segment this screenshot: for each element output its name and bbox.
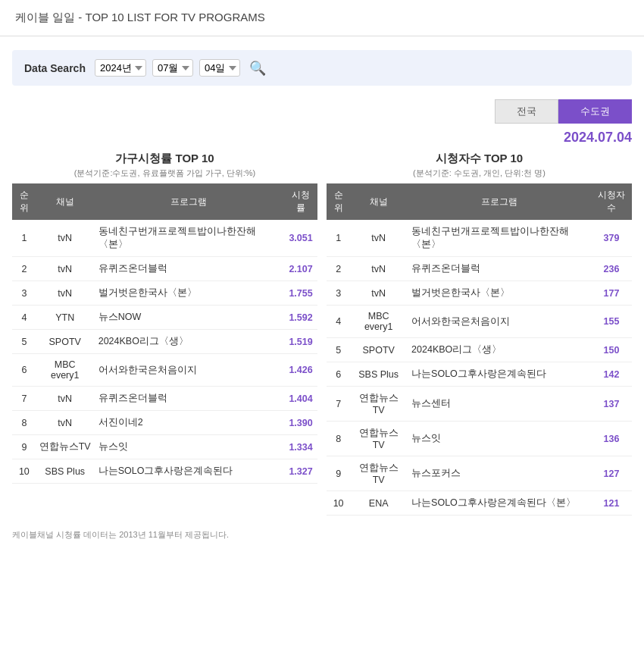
program-cell: 뉴스센터 [407, 387, 591, 422]
col-rank-h: 순위 [12, 183, 36, 220]
rating-cell: 1.519 [284, 330, 317, 354]
table-row: 3 tvN 벌거벗은한국사〈본〉 1.755 [12, 281, 317, 306]
table-row: 4 MBC every1 어서와한국은처음이지 155 [327, 306, 632, 338]
rank-cell: 6 [327, 362, 350, 387]
program-cell: 2024KBO리그〈생〉 [94, 330, 284, 354]
nationwide-button[interactable]: 전국 [495, 99, 558, 124]
month-select[interactable]: 07월 [152, 59, 193, 77]
search-input[interactable] [275, 62, 620, 74]
table-row: 2 tvN 유퀴즈온더블럭 236 [327, 257, 632, 281]
table-row: 9 연합뉴스TV 뉴스포커스 127 [327, 456, 632, 491]
viewers-cell: 121 [591, 491, 632, 516]
page-header: 케이블 일일 - TOP 10 LIST FOR TV PROGRAMS [0, 0, 644, 36]
date-display: 2024.07.04 [0, 127, 644, 152]
viewers-cell: 136 [591, 422, 632, 456]
channel-cell: tvN [350, 220, 407, 257]
day-select[interactable]: 04일 [199, 59, 240, 77]
program-cell: 뉴스잇 [94, 435, 284, 459]
household-title: 가구시청률 TOP 10 [12, 152, 317, 166]
year-select[interactable]: 2024년 [95, 59, 146, 77]
tables-container: 가구시청률 TOP 10 (분석기준:수도권, 유료플랫폼 가입 가구, 단위:… [0, 152, 644, 516]
rating-cell: 1.334 [284, 435, 317, 459]
region-buttons: 전국 수도권 [0, 99, 644, 124]
viewers-cell: 379 [591, 220, 632, 257]
program-cell: 뉴스잇 [407, 422, 591, 456]
table-row: 10 ENA 나는SOLO그후사랑은계속된다〈본〉 121 [327, 491, 632, 516]
channel-cell: MBC every1 [350, 306, 407, 338]
program-cell: 유퀴즈온더블럭 [94, 257, 284, 281]
table-row: 7 tvN 유퀴즈온더블럭 1.404 [12, 387, 317, 411]
table-row: 2 tvN 유퀴즈온더블럭 2.107 [12, 257, 317, 281]
program-cell: 유퀴즈온더블럭 [94, 387, 284, 411]
channel-cell: SBS Plus [350, 362, 407, 387]
channel-cell: tvN [36, 411, 94, 435]
channel-cell: 연합뉴스TV [36, 435, 94, 459]
viewers-cell: 150 [591, 338, 632, 362]
rank-cell: 2 [327, 257, 350, 281]
household-header-row: 순위 채널 프로그램 시청률 [12, 183, 317, 220]
channel-cell: 연합뉴스TV [350, 387, 407, 422]
channel-cell: ENA [350, 491, 407, 516]
channel-cell: tvN [350, 257, 407, 281]
metro-button[interactable]: 수도권 [558, 99, 632, 124]
viewers-subtitle: (분석기준: 수도권, 개인, 단위:천 명) [327, 168, 632, 179]
table-row: 8 연합뉴스TV 뉴스잇 136 [327, 422, 632, 456]
table-row: 1 tvN 동네친구번개프로젝트밥이나한잔해〈본〉 3.051 [12, 220, 317, 257]
program-cell: 어서와한국은처음이지 [94, 354, 284, 387]
rank-cell: 8 [327, 422, 350, 456]
col-rating-h: 시청률 [284, 183, 317, 220]
rank-cell: 9 [327, 456, 350, 491]
table-row: 6 SBS Plus 나는SOLO그후사랑은계속된다 142 [327, 362, 632, 387]
program-cell: 어서와한국은처음이지 [407, 306, 591, 338]
channel-cell: tvN [36, 257, 94, 281]
rank-cell: 3 [12, 281, 36, 306]
channel-cell: tvN [36, 220, 94, 257]
viewers-table: 순위 채널 프로그램 시청자수 1 tvN 동네친구번개프로젝트밥이나한잔해〈본… [327, 183, 632, 516]
search-button[interactable]: 🔍 [246, 60, 269, 77]
table-row: 3 tvN 벌거벗은한국사〈본〉 177 [327, 281, 632, 306]
viewers-cell: 142 [591, 362, 632, 387]
program-cell: 나는SOLO그후사랑은계속된다 [407, 362, 591, 387]
channel-cell: SPOTV [350, 338, 407, 362]
rank-cell: 1 [12, 220, 36, 257]
rank-cell: 10 [327, 491, 350, 516]
viewers-header-row: 순위 채널 프로그램 시청자수 [327, 183, 632, 220]
rating-cell: 1.426 [284, 354, 317, 387]
table-row: 9 연합뉴스TV 뉴스잇 1.334 [12, 435, 317, 459]
col-viewers-v: 시청자수 [591, 183, 632, 220]
table-row: 5 SPOTV 2024KBO리그〈생〉 150 [327, 338, 632, 362]
viewers-cell: 127 [591, 456, 632, 491]
rank-cell: 3 [327, 281, 350, 306]
search-bar: Data Search 2024년 07월 04일 🔍 [12, 50, 632, 86]
rating-cell: 3.051 [284, 220, 317, 257]
program-cell: 나는SOLO그후사랑은계속된다〈본〉 [407, 491, 591, 516]
search-label: Data Search [24, 62, 86, 74]
program-cell: 벌거벗은한국사〈본〉 [407, 281, 591, 306]
col-channel-h: 채널 [36, 183, 94, 220]
program-cell: 유퀴즈온더블럭 [407, 257, 591, 281]
program-cell: 2024KBO리그〈생〉 [407, 338, 591, 362]
rank-cell: 2 [12, 257, 36, 281]
rating-cell: 1.592 [284, 306, 317, 330]
col-channel-v: 채널 [350, 183, 407, 220]
channel-cell: tvN [36, 387, 94, 411]
rating-cell: 1.327 [284, 459, 317, 484]
rank-cell: 10 [12, 459, 36, 484]
page-title: 케이블 일일 - TOP 10 LIST FOR TV PROGRAMS [15, 11, 265, 24]
rating-cell: 1.404 [284, 387, 317, 411]
program-cell: 뉴스포커스 [407, 456, 591, 491]
rank-cell: 5 [12, 330, 36, 354]
table-row: 6 MBC every1 어서와한국은처음이지 1.426 [12, 354, 317, 387]
rank-cell: 4 [12, 306, 36, 330]
col-program-v: 프로그램 [407, 183, 591, 220]
program-cell: 나는SOLO그후사랑은계속된다 [94, 459, 284, 484]
program-cell: 동네친구번개프로젝트밥이나한잔해〈본〉 [407, 220, 591, 257]
channel-cell: 연합뉴스TV [350, 422, 407, 456]
rank-cell: 5 [327, 338, 350, 362]
rank-cell: 6 [12, 354, 36, 387]
channel-cell: tvN [350, 281, 407, 306]
rating-cell: 1.390 [284, 411, 317, 435]
viewers-cell: 177 [591, 281, 632, 306]
rank-cell: 9 [12, 435, 36, 459]
channel-cell: 연합뉴스TV [350, 456, 407, 491]
